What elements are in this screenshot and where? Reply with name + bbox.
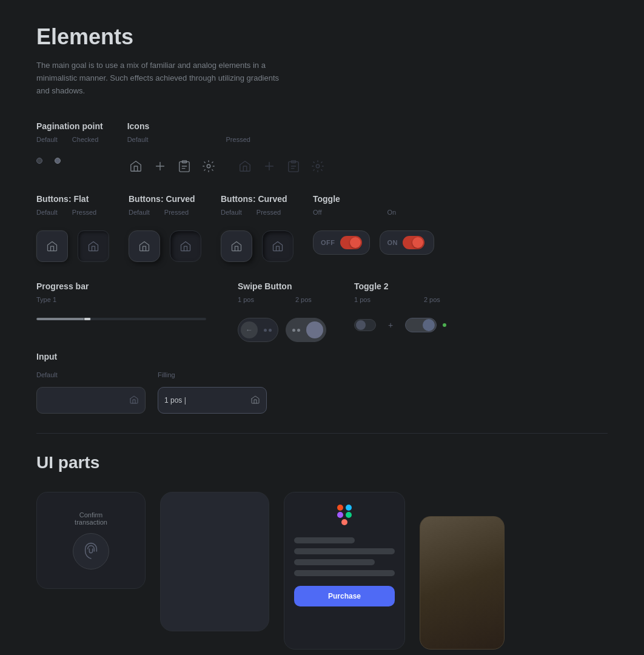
btn-curved1-pressed-label: Pressed xyxy=(164,209,189,216)
figma-dot-orange xyxy=(341,519,347,525)
btn-flat-pressed[interactable] xyxy=(78,230,109,262)
progress-track xyxy=(36,318,206,320)
pagination-checked-label: Checked xyxy=(72,136,98,143)
clipboard-icon-default[interactable] xyxy=(176,158,193,175)
swipe-dots-right xyxy=(289,329,304,332)
svg-point-13 xyxy=(316,165,320,169)
swipe-dot-3 xyxy=(292,329,295,332)
swipe-dot-1 xyxy=(264,329,267,332)
app-bar-4 xyxy=(294,570,395,576)
icons-section: Icons Default Pressed xyxy=(127,121,326,175)
buttons-curved1-section: Buttons: Curved Default Pressed xyxy=(129,194,201,262)
pagination-dot-default[interactable] xyxy=(36,158,42,164)
figma-dots-row-1 xyxy=(337,505,352,511)
btn-curved2-default[interactable] xyxy=(221,230,252,262)
toggle-off-knob xyxy=(350,237,361,248)
toggle2-off[interactable] xyxy=(354,319,376,331)
toggle-on-knob xyxy=(412,237,423,248)
swipe-btn-pos1[interactable]: ← xyxy=(238,318,278,342)
figma-logo-area xyxy=(337,505,352,525)
progress-thumb[interactable] xyxy=(84,318,91,320)
home-icon-default[interactable] xyxy=(127,158,144,175)
figma-dot-purple xyxy=(337,512,343,518)
page-title: Elements xyxy=(36,24,608,50)
btn-flat-default-label: Default xyxy=(36,209,58,216)
swipe-pill xyxy=(306,321,323,338)
pagination-default-label: Default xyxy=(36,136,58,143)
fingerprint-icon[interactable] xyxy=(73,533,109,569)
swipe-dot-4 xyxy=(297,329,300,332)
icons-pressed-row xyxy=(236,158,326,175)
swipe-dot-2 xyxy=(269,329,272,332)
btn-flat-default[interactable] xyxy=(36,230,68,262)
app-content-bars xyxy=(294,537,395,576)
buttons-curved2-label: Buttons: Curved xyxy=(221,194,293,204)
progress-fill xyxy=(36,318,87,320)
toggle-section: Toggle Off On OFF ON xyxy=(313,194,434,255)
plus-icon-default[interactable] xyxy=(152,158,169,175)
figma-dots-row-3 xyxy=(341,519,347,525)
swipe-label: Swipe Button xyxy=(238,281,335,291)
input-default-text[interactable] xyxy=(43,396,124,405)
swipe-pos2-label: 2 pos xyxy=(295,296,312,303)
toggle-on-label: On xyxy=(387,209,396,216)
card-dark xyxy=(160,492,269,631)
toggle-on-widget[interactable]: ON xyxy=(380,230,434,255)
btn-flat-pressed-label: Pressed xyxy=(72,209,96,216)
ui-parts-grid: Confirm transaction xyxy=(36,492,608,650)
app-bar-1 xyxy=(294,537,355,543)
buttons-flat-section: Buttons: Flat Default Pressed xyxy=(36,194,109,262)
toggle-off-widget[interactable]: OFF xyxy=(313,230,370,255)
toggle2-container: + xyxy=(354,318,446,332)
pagination-dot-checked[interactable] xyxy=(55,158,61,164)
buttons-flat-label: Buttons: Flat xyxy=(36,194,109,204)
progress-bar-container xyxy=(36,318,206,320)
input-filling-text[interactable] xyxy=(164,396,246,405)
page-description: The main goal is to use a mix of familia… xyxy=(36,59,291,97)
toggle2-indicator xyxy=(443,323,446,327)
gear-icon-pressed[interactable] xyxy=(309,158,326,175)
btn-curved1-pressed[interactable] xyxy=(170,230,201,262)
pagination-label: Pagination point xyxy=(36,121,103,131)
swipe-arrow-left: ← xyxy=(241,321,258,338)
section-divider xyxy=(36,433,608,434)
toggle-off-knob-area xyxy=(340,236,362,249)
toggle2-on[interactable] xyxy=(405,318,437,332)
input-default-field[interactable] xyxy=(36,387,146,414)
toggle-label: Toggle xyxy=(313,194,434,204)
gear-icon-default[interactable] xyxy=(200,158,217,175)
toggle2-pos2-label: 2 pos xyxy=(424,296,440,303)
swipe-btn-container: ← xyxy=(238,318,335,342)
input-filling-field[interactable] xyxy=(158,387,267,414)
btn-curved2-pressed[interactable] xyxy=(262,230,293,262)
input-default-label: Default xyxy=(36,371,146,378)
plus-icon-pressed[interactable] xyxy=(261,158,278,175)
btn-curved1-default[interactable] xyxy=(129,230,160,262)
input-filling-icon xyxy=(250,395,260,406)
input-default-icon xyxy=(129,395,139,406)
card-app: Purchase xyxy=(284,492,405,650)
toggle2-knob-off xyxy=(356,320,366,330)
app-bar-3 xyxy=(294,559,375,565)
figma-dots-row-2 xyxy=(337,512,352,518)
toggle2-section: Toggle 2 1 pos 2 pos + xyxy=(354,281,446,332)
input-label: Input xyxy=(36,352,267,361)
home-icon-pressed[interactable] xyxy=(236,158,253,175)
toggle2-knob-on xyxy=(423,319,435,331)
app-bar-2 xyxy=(294,548,395,554)
confirm-transaction-text: Confirm transaction xyxy=(75,511,107,526)
swipe-pos1-label: 1 pos xyxy=(238,296,254,303)
input-section: Input Default Filling xyxy=(36,352,267,414)
btn-curved2-pressed-label: Pressed xyxy=(257,209,281,216)
swipe-dots-left xyxy=(260,329,275,332)
toggle-off-label: Off xyxy=(313,209,321,216)
swipe-btn-pos2[interactable] xyxy=(286,318,326,342)
card-texture xyxy=(420,516,505,650)
toggle2-pos1-label: 1 pos xyxy=(354,296,371,303)
toggle-on-text: ON xyxy=(387,239,398,246)
buttons-curved1-label: Buttons: Curved xyxy=(129,194,201,204)
card-confirm-transaction[interactable]: Confirm transaction xyxy=(36,492,146,589)
clipboard-icon-pressed[interactable] xyxy=(285,158,302,175)
toggle-off-text: OFF xyxy=(321,239,335,246)
purchase-button[interactable]: Purchase xyxy=(294,586,395,606)
